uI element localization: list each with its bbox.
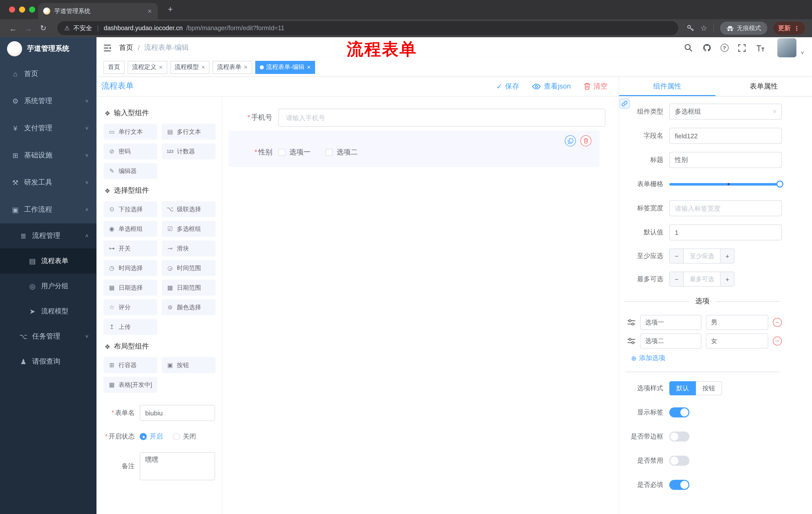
user-avatar[interactable] (777, 38, 796, 57)
component-item-upload[interactable]: ↥上传 (104, 319, 157, 335)
window-zoom-button[interactable] (29, 6, 35, 12)
option-1-label-input[interactable] (640, 315, 701, 330)
canvas-field-phone[interactable]: *手机号 (222, 109, 606, 127)
sidebar-item-user-group[interactable]: ◎ 用户分组 (0, 274, 96, 299)
sidebar-item-workflow[interactable]: ▣ 工作流程 ˄ (0, 196, 96, 223)
style-button-button[interactable]: 按钮 (696, 381, 722, 395)
sidebar-item-task-management[interactable]: ⌥ 任务管理 ˅ (0, 324, 96, 349)
canvas-field-gender-selected[interactable]: *性别 选项一 选项二 (229, 131, 600, 167)
option-2-label-input[interactable] (640, 333, 701, 349)
tag-process-definition[interactable]: 流程定义 × (127, 61, 167, 74)
browser-menu-icon[interactable]: ⋮ (794, 24, 800, 32)
form-name-input[interactable] (140, 405, 215, 421)
sidebar-item-process-model[interactable]: ➤ 流程模型 (0, 299, 96, 324)
status-on-radio[interactable]: 开启 (140, 432, 163, 441)
label-width-input[interactable] (669, 200, 782, 216)
component-item-row-container[interactable]: ⊞行容器 (104, 357, 157, 373)
gender-option-2-checkbox[interactable]: 选项二 (326, 148, 358, 157)
tag-home[interactable]: 首页 (104, 61, 125, 74)
hamburger-icon[interactable] (103, 43, 112, 53)
drag-handle-icon[interactable] (627, 319, 636, 326)
component-item-date-range[interactable]: ▩日期范围 (162, 280, 215, 296)
field-name-input[interactable] (669, 128, 782, 144)
sidebar-item-process-form[interactable]: ▤ 流程表单 (0, 248, 96, 274)
drag-handle-icon[interactable] (627, 337, 636, 345)
component-item-time-picker[interactable]: ◷时间选择 (104, 260, 157, 276)
remove-option-button[interactable]: − (773, 318, 782, 327)
sidebar-item-home[interactable]: ⌂ 首页 (0, 60, 96, 87)
tag-close-icon[interactable]: × (244, 63, 248, 71)
update-button[interactable]: 更新 ⋮ (773, 22, 805, 35)
sidebar-item-infra[interactable]: ⊞ 基础设施 ˅ (0, 142, 96, 169)
github-icon[interactable] (702, 43, 712, 53)
component-item-button[interactable]: ▣按钮 (162, 357, 215, 373)
component-item-slider[interactable]: ⊸滑块 (162, 240, 215, 256)
tag-process-form[interactable]: 流程表单 × (212, 61, 252, 74)
window-close-button[interactable] (9, 6, 15, 12)
copy-field-button[interactable] (565, 135, 576, 146)
component-item-radio-group[interactable]: ◉单选框组 (104, 221, 157, 237)
sidebar-item-payment[interactable]: ¥ 支付管理 ˅ (0, 115, 96, 142)
browser-tab[interactable]: 芋道管理系统 × (38, 3, 158, 19)
tab-close-icon[interactable]: × (147, 7, 153, 15)
component-item-select[interactable]: ⊙下拉选择 (104, 201, 157, 217)
component-item-table[interactable]: ▦表格[开发中] (104, 377, 157, 393)
phone-field-input[interactable] (279, 109, 606, 127)
tag-close-icon[interactable]: × (159, 63, 163, 71)
save-button[interactable]: ✓ 保存 (496, 82, 519, 91)
sidebar-item-system[interactable]: ⚙ 系统管理 ˅ (0, 87, 96, 115)
sidebar-item-process-management[interactable]: ≣ 流程管理 ˄ (0, 223, 96, 248)
search-icon[interactable] (683, 43, 693, 53)
add-option-button[interactable]: ⊕ 添加选项 (631, 354, 782, 362)
component-item-cascader[interactable]: ⌥级联选择 (162, 201, 215, 217)
status-off-radio[interactable]: 关闭 (173, 432, 196, 441)
component-item-rate[interactable]: ☆评分 (104, 299, 157, 315)
option-1-value-input[interactable] (706, 315, 768, 330)
clear-button[interactable]: 清空 (584, 82, 608, 91)
delete-field-button[interactable] (580, 135, 591, 146)
max-select-input[interactable] (684, 272, 720, 286)
reload-icon[interactable]: ↻ (37, 24, 49, 33)
tab-component-properties[interactable]: 组件属性 (619, 77, 716, 96)
view-json-button[interactable]: 查看json (532, 82, 571, 91)
tag-process-form-edit[interactable]: 流程表单-编辑 × (255, 61, 315, 74)
breadcrumb-home[interactable]: 首页 (119, 43, 133, 52)
component-item-checkbox-group[interactable]: ☑多选框组 (162, 221, 215, 237)
required-switch[interactable] (669, 480, 689, 490)
component-type-select[interactable]: 多选框组 ˅ (669, 104, 782, 120)
increase-button[interactable]: + (720, 249, 734, 263)
show-label-switch[interactable] (669, 407, 689, 417)
gender-option-1-checkbox[interactable]: 选项一 (279, 148, 311, 157)
form-remark-textarea[interactable]: 嘿嘿 (140, 452, 215, 480)
component-item-password[interactable]: ⊘密码 (104, 143, 157, 159)
option-2-value-input[interactable] (706, 333, 768, 349)
window-minimize-button[interactable] (19, 6, 25, 12)
component-item-counter[interactable]: 123计数器 (162, 143, 215, 159)
form-grid-slider[interactable] (669, 176, 782, 192)
component-item-multi-text[interactable]: ▤多行文本 (162, 124, 215, 140)
sidebar-item-devtools[interactable]: ⚒ 研发工具 ˅ (0, 169, 96, 196)
component-item-time-range[interactable]: ◶时间范围 (162, 260, 215, 276)
password-key-icon[interactable] (686, 24, 694, 32)
style-default-button[interactable]: 默认 (669, 381, 696, 395)
forward-icon[interactable]: → (22, 24, 34, 32)
title-input[interactable] (669, 152, 782, 168)
sidebar-item-leave-query[interactable]: ♟ 请假查询 (0, 349, 96, 374)
remove-option-button[interactable]: − (773, 336, 782, 346)
app-logo[interactable]: 芋道管理系统 (0, 37, 96, 60)
tag-close-icon[interactable]: × (201, 63, 205, 71)
increase-button[interactable]: + (720, 272, 734, 286)
help-icon[interactable]: ? (720, 44, 728, 52)
back-icon[interactable]: ← (7, 24, 19, 32)
component-item-switch[interactable]: ⊶开关 (104, 240, 157, 256)
font-size-icon[interactable] (755, 43, 765, 53)
tag-process-model[interactable]: 流程模型 × (170, 61, 209, 74)
tag-close-icon[interactable]: × (307, 63, 311, 71)
form-canvas[interactable]: *手机号 (222, 97, 618, 514)
default-value-input[interactable] (669, 224, 782, 240)
border-switch[interactable] (669, 432, 689, 441)
component-item-single-text[interactable]: ▭单行文本 (104, 124, 157, 140)
slider-handle[interactable] (776, 180, 783, 187)
component-item-color-picker[interactable]: ⊚颜色选择 (162, 299, 215, 315)
tab-form-properties[interactable]: 表单属性 (716, 77, 812, 96)
